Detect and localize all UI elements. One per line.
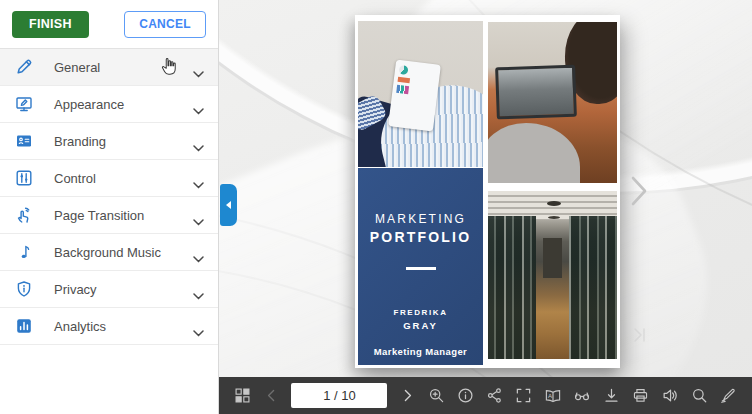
sidebar-item-label: Analytics [54,319,193,334]
finish-button[interactable]: FINISH [12,11,89,38]
settings-sidebar: FINISH CANCEL General Appearance [0,0,219,414]
sidebar-item-control[interactable]: Control [0,160,218,197]
cover-photo-laptop [488,22,617,183]
sidebar-item-label: General [54,60,193,75]
music-note-icon [14,243,34,261]
sidebar-item-general[interactable]: General [0,49,218,86]
photo-shape [569,216,617,359]
view-mode-icon[interactable] [573,385,592,407]
download-icon[interactable] [602,385,621,407]
photo-shape [543,238,561,278]
sidebar-item-branding[interactable]: Branding [0,123,218,160]
photo-shape [488,216,536,359]
last-page-icon[interactable] [632,327,648,347]
about-icon[interactable] [456,385,475,407]
chevron-down-icon [193,175,204,182]
sidebar-item-label: Branding [54,134,193,149]
chevron-down-icon [193,64,204,71]
cover-title-line1: MARKETING [375,212,466,226]
prev-page-icon[interactable] [262,385,281,407]
pencil-icon [14,58,34,76]
next-page-icon[interactable] [398,385,417,407]
sidebar-header: FINISH CANCEL [0,0,218,49]
search-icon[interactable] [690,385,709,407]
cover-divider [406,267,436,270]
viewer-toolbar: A [219,377,752,414]
sidebar-item-privacy[interactable]: Privacy [0,271,218,308]
page-number-input[interactable] [291,383,387,408]
zoom-in-icon[interactable] [427,385,446,407]
print-icon[interactable] [631,385,650,407]
sidebar-item-background-music[interactable]: Background Music [0,234,218,271]
cover-photo-tablet [358,21,483,167]
photo-shape [398,65,408,75]
sidebar-item-label: Page Transition [54,208,193,223]
sidebar-item-analytics[interactable]: Analytics [0,308,218,345]
thumbnails-icon[interactable] [233,385,252,407]
cover-author-last: GRAY [403,320,438,331]
sidebar-item-appearance[interactable]: Appearance [0,86,218,123]
arrow-left-icon [226,201,231,209]
sidebar-item-page-transition[interactable]: Page Transition [0,197,218,234]
photo-shape [396,85,409,94]
cancel-button[interactable]: CANCEL [124,11,206,38]
shield-icon [14,280,34,298]
flipbook-cover-page[interactable]: MARKETING PORTFOLIO FREDRIKA GRAY Market… [355,15,620,368]
sidebar-item-label: Background Music [54,245,193,260]
photo-shape [495,65,577,120]
cover-photo-hallway [488,191,617,359]
id-badge-icon [14,132,34,150]
fullscreen-icon[interactable] [514,385,533,407]
sidebar-collapse-tab[interactable] [220,184,237,226]
cover-title-line2: PORTFOLIO [370,229,471,245]
chevron-down-icon [193,138,204,145]
chevron-down-icon [193,101,204,108]
chevron-down-icon [193,249,204,256]
swipe-hand-icon [14,206,34,224]
photo-shape [397,77,410,83]
flipbook-settings-app: FINISH CANCEL General Appearance [0,0,752,414]
share-icon[interactable] [485,385,504,407]
chevron-down-icon [193,212,204,219]
chevron-down-icon [193,323,204,330]
cover-author-first: FREDRIKA [393,308,447,317]
sound-icon[interactable] [660,385,679,407]
photo-shape [488,123,580,183]
sidebar-item-label: Control [54,171,193,186]
preview-stage: MARKETING PORTFOLIO FREDRIKA GRAY Market… [219,0,752,414]
chevron-down-icon [193,286,204,293]
photo-shape [388,59,441,131]
bar-chart-icon [14,317,34,335]
sidebar-item-label: Appearance [54,97,193,112]
auto-flip-icon[interactable]: A [544,385,563,407]
cover-title-panel: MARKETING PORTFOLIO FREDRIKA GRAY Market… [358,168,483,365]
sliders-icon [14,169,34,187]
sidebar-item-label: Privacy [54,282,193,297]
monitor-edit-icon [14,95,34,113]
next-page-arrow[interactable] [630,176,648,210]
svg-text:A: A [548,392,553,399]
annotate-icon[interactable] [719,385,738,407]
cover-author-role: Marketing Manager [374,346,467,357]
